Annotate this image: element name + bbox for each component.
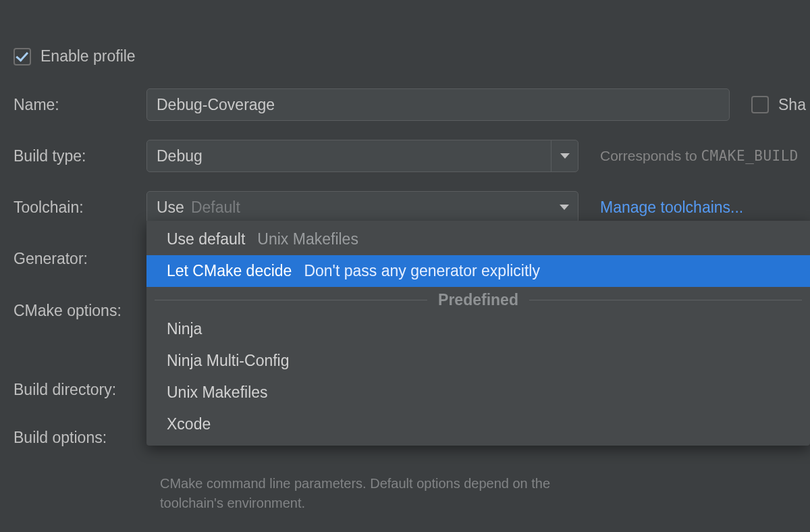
build-type-select[interactable]: Debug [146, 140, 578, 172]
enable-profile-checkbox[interactable] [14, 48, 31, 65]
name-label: Name: [14, 96, 146, 114]
toolchain-select[interactable]: Use Default [146, 191, 578, 223]
generator-option-use-default[interactable]: Use default Unix Makefiles [146, 223, 810, 255]
enable-profile-row: Enable profile [14, 47, 810, 65]
generator-option-ninja[interactable]: Ninja [146, 313, 810, 345]
generator-dropdown: Use default Unix Makefiles Let CMake dec… [146, 221, 810, 446]
build-type-value: Debug [157, 147, 202, 165]
generator-option-unix-makefiles[interactable]: Unix Makefiles [146, 377, 810, 408]
toolchain-value-prefix: Use [157, 198, 184, 217]
build-type-hint: Corresponds to CMAKE_BUILD [600, 148, 799, 164]
build-options-label: Build options: [14, 429, 146, 447]
generator-option-xcode[interactable]: Xcode [146, 408, 810, 440]
name-row: Name: Debug-Coverage Sha [14, 88, 810, 121]
toolchain-label: Toolchain: [14, 198, 146, 217]
enable-profile-label: Enable profile [40, 47, 136, 65]
manage-toolchains-link[interactable]: Manage toolchains... [600, 198, 743, 217]
name-value: Debug-Coverage [157, 96, 275, 114]
build-type-row: Build type: Debug Corresponds to CMAKE_B… [14, 140, 810, 172]
share-label: Sha [778, 96, 806, 114]
generator-dropdown-section-header: Predefined [146, 287, 810, 313]
generator-option-ninja-multi-config[interactable]: Ninja Multi-Config [146, 345, 810, 377]
toolchain-row: Toolchain: Use Default Manage toolchains… [14, 191, 810, 223]
toolchain-value-default: Default [191, 198, 240, 217]
chevron-down-icon[interactable] [551, 192, 578, 223]
chevron-down-icon[interactable] [551, 140, 578, 171]
generator-option-let-cmake-decide[interactable]: Let CMake decide Don't pass any generato… [146, 255, 810, 287]
build-type-label: Build type: [14, 147, 146, 165]
share-checkbox[interactable] [751, 96, 769, 113]
generator-label: Generator: [14, 250, 146, 268]
name-input[interactable]: Debug-Coverage [146, 88, 730, 121]
build-options-help: CMake command line parameters. Default o… [160, 474, 632, 513]
cmake-options-label: CMake options: [14, 302, 146, 320]
build-directory-label: Build directory: [14, 381, 146, 399]
